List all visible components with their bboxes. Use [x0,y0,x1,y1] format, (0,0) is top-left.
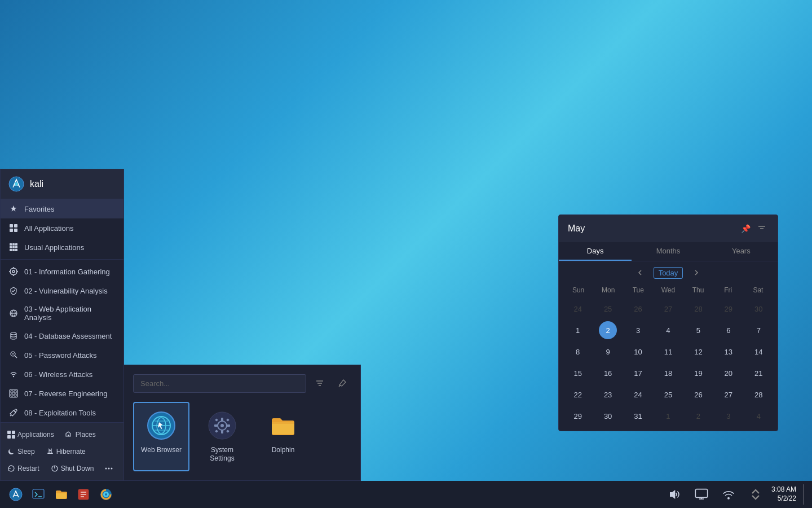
calendar-day[interactable]: 21 [749,364,767,382]
calendar-day[interactable]: 24 [569,300,587,318]
calendar-days: 2425262728293012345678910111213141516171… [563,299,773,426]
calendar-day[interactable]: 18 [659,364,677,382]
calendar-day[interactable]: 14 [749,343,767,361]
pin-search-btn[interactable] [333,374,351,392]
calendar-day[interactable]: 27 [720,386,738,404]
svg-rect-10 [12,246,15,248]
calendar-day[interactable]: 25 [599,300,617,318]
cal-tab-months[interactable]: Months [632,242,704,261]
calendar-day[interactable]: 4 [749,407,767,425]
calendar-day[interactable]: 29 [720,300,738,318]
search-input[interactable] [133,374,306,393]
taskbar-file-manager-btn[interactable] [51,484,71,505]
filter-btn[interactable] [311,374,329,392]
calendar-day[interactable]: 3 [629,321,647,339]
taskbar-volume-btn[interactable] [664,484,685,505]
hibernate-btn[interactable]: Hibernate [42,444,90,459]
vuln-analysis-icon [8,286,19,296]
applications-icon [7,431,15,439]
calendar-day[interactable]: 2 [599,321,617,339]
favorites-label: Favorites [24,205,54,213]
taskbar-kali-menu-btn[interactable] [6,484,26,505]
calendar-day[interactable]: 17 [629,364,647,382]
app-item-dolphin[interactable]: Dolphin [255,402,311,471]
svg-point-75 [105,493,107,496]
calendar-day[interactable]: 1 [569,321,587,339]
calendar-day[interactable]: 24 [629,386,647,404]
calendar-day[interactable]: 1 [659,407,677,425]
calendar-day[interactable]: 20 [720,364,738,382]
svg-rect-37 [68,435,69,436]
calendar-next-btn[interactable] [690,266,703,279]
calendar-day[interactable]: 3 [720,407,738,425]
calendar-day[interactable]: 30 [749,300,767,318]
db-assessment-icon [8,331,19,341]
menu-header: kali [1,169,123,199]
sidebar-item-db-assessment[interactable]: 04 - Database Assessment [1,326,123,345]
sidebar-item-usual-apps[interactable]: Usual Applications [1,238,123,257]
calendar-day[interactable]: 2 [689,407,707,425]
calendar-day[interactable]: 5 [689,321,707,339]
cal-tab-days[interactable]: Days [559,242,632,261]
calendar-day[interactable]: 16 [599,364,617,382]
sidebar-item-all-apps[interactable]: All Applications [1,218,123,238]
taskbar-tray-expand-btn[interactable] [745,484,766,505]
sleep-btn[interactable]: Sleep [3,444,39,459]
places-btn[interactable]: Places [61,427,100,442]
calendar-day[interactable]: 10 [629,343,647,361]
svg-rect-57 [221,430,223,433]
calendar-day[interactable]: 22 [569,386,587,404]
calendar-day[interactable]: 27 [659,300,677,318]
calendar-day[interactable]: 19 [689,364,707,382]
kali-logo-icon [8,176,24,192]
calendar-day[interactable]: 6 [720,321,738,339]
calendar-day[interactable]: 12 [689,343,707,361]
svg-rect-4 [10,229,13,232]
calendar-day[interactable]: 8 [569,343,587,361]
calendar-day[interactable]: 28 [749,386,767,404]
taskbar-firefox-btn[interactable] [96,484,116,505]
calendar-prev-btn[interactable] [633,266,647,279]
calendar-day[interactable]: 4 [659,321,677,339]
calendar-day[interactable]: 7 [749,321,767,339]
app-item-system-settings[interactable]: System Settings [194,402,250,471]
taskbar-display-btn[interactable] [691,484,712,505]
calendar-day[interactable]: 23 [599,386,617,404]
calendar-day[interactable]: 25 [659,386,677,404]
calendar-day[interactable]: 29 [569,407,587,425]
calendar-day[interactable]: 30 [599,407,617,425]
calendar-day[interactable]: 26 [689,386,707,404]
calendar-pin2-btn[interactable] [755,222,769,235]
calendar-pin-btn[interactable]: 📌 [741,224,751,233]
sidebar-item-exploitation[interactable]: 08 - Exploitation Tools [1,403,123,422]
taskbar-text-editor-btn[interactable] [73,484,94,505]
calendar-today-btn[interactable]: Today [654,267,683,279]
weekday-mon: Mon [593,284,623,296]
calendar-day[interactable]: 28 [689,300,707,318]
sidebar-item-info-gathering[interactable]: 01 - Information Gathering [1,262,123,281]
calendar-day[interactable]: 13 [720,343,738,361]
calendar-view-tabs: Days Months Years [559,242,778,261]
sidebar-item-vuln-analysis[interactable]: 02 - Vulnerability Analysis [1,281,123,300]
system-clock[interactable]: 3:08 AM 5/2/22 [771,485,796,503]
app-item-web-browser[interactable]: Web Browser [133,402,189,471]
sidebar-item-web-app[interactable]: 03 - Web Application Analysis [1,300,123,326]
calendar-day[interactable]: 31 [629,407,647,425]
calendar-day[interactable]: 9 [599,343,617,361]
cal-tab-years[interactable]: Years [705,242,778,261]
sidebar-item-password-attacks[interactable]: 05 - Password Attacks [1,345,123,365]
calendar-day[interactable]: 26 [629,300,647,318]
sidebar-item-reverse-eng[interactable]: 07 - Reverse Engineering [1,384,123,403]
taskbar-network-btn[interactable] [718,484,739,505]
taskbar-terminal-btn[interactable] [28,484,48,505]
more-btn[interactable] [100,461,117,476]
applications-btn[interactable]: Applications [3,427,59,442]
shutdown-btn[interactable]: Shut Down [46,461,99,476]
sidebar-item-wireless[interactable]: 06 - Wireless Attacks [1,365,123,384]
sidebar-item-favorites[interactable]: Favorites [1,199,123,218]
calendar-day[interactable]: 11 [659,343,677,361]
restart-btn[interactable]: Restart [3,461,44,476]
calendar-day[interactable]: 15 [569,364,587,382]
show-desktop-btn[interactable] [803,484,807,505]
wireless-label: 06 - Wireless Attacks [24,370,92,379]
